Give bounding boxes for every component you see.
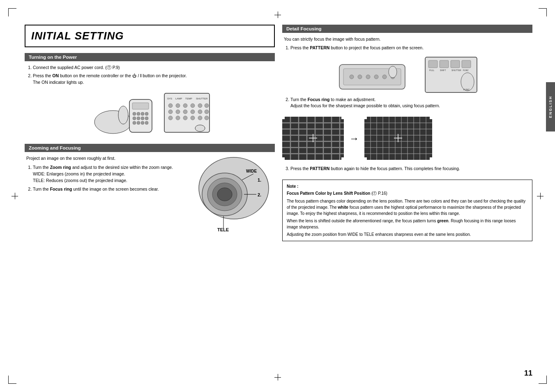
- detail-intro: You can strictly focus the image with fo…: [284, 36, 531, 43]
- turning-power-section: Turning on the Power Connect the supplie…: [25, 53, 275, 87]
- blurry-grid: [282, 117, 344, 160]
- step3-content: Press the PATTERN button again to hide t…: [282, 166, 532, 174]
- note-body-2: When the lens is shifted outside the afo…: [287, 218, 528, 230]
- svg-point-37: [198, 116, 202, 120]
- zoom-step-1: Turn the Zoom ring and adjust to the des…: [33, 164, 187, 184]
- svg-point-57: [374, 75, 378, 79]
- svg-point-29: [183, 110, 187, 114]
- pattern-hand-svg: [337, 56, 419, 93]
- detail-step-3: Press the PATTERN button again to hide t…: [290, 166, 531, 172]
- svg-point-35: [183, 116, 187, 120]
- svg-point-9: [137, 117, 140, 120]
- svg-point-30: [191, 110, 195, 114]
- note-subtitle: Focus Pattern Color by Lens Shift Positi…: [287, 191, 370, 196]
- svg-text:WIDE: WIDE: [246, 169, 257, 173]
- corner-mark-bl: [8, 376, 16, 384]
- svg-text:SHIFT: SHIFT: [440, 69, 446, 71]
- svg-point-22: [176, 104, 180, 108]
- step2-content: Turn the Focus ring to make an adjustmen…: [282, 97, 532, 111]
- crosshair-bottom: [274, 374, 281, 380]
- svg-point-5: [137, 112, 140, 115]
- lens-illustration: WIDE 1. 2. TELE: [193, 155, 275, 236]
- arrow-right: →: [349, 133, 359, 144]
- zooming-content-area: Project an image on the screen roughly a…: [25, 155, 275, 236]
- svg-text:FUNC: FUNC: [463, 69, 469, 71]
- svg-rect-65: [462, 60, 471, 68]
- svg-point-32: [205, 110, 209, 114]
- sharp-grid: [364, 117, 432, 160]
- note-subtitle-line: Focus Pattern Color by Lens Shift Positi…: [287, 190, 528, 196]
- detail-step-2: Turn the Focus ring to make an adjustmen…: [290, 97, 531, 110]
- control-panel-svg: SYS LAMP TEMP SHUTTER: [162, 91, 212, 136]
- svg-text:FULL: FULL: [429, 69, 434, 71]
- remote-hand-svg: [88, 91, 158, 136]
- svg-point-26: [205, 104, 209, 108]
- note-box: Note : Focus Pattern Color by Lens Shift…: [282, 180, 532, 241]
- svg-rect-3: [132, 103, 149, 109]
- svg-point-6: [141, 112, 144, 115]
- svg-point-33: [168, 116, 173, 120]
- pattern-illustrations: FULL SHIFT SHUTTER FUNC FUNC: [282, 56, 532, 93]
- page-number: 11: [524, 369, 532, 378]
- svg-rect-112: [430, 157, 432, 160]
- svg-point-58: [382, 75, 387, 79]
- svg-point-44: [217, 188, 232, 201]
- svg-point-8: [133, 117, 136, 120]
- svg-point-24: [191, 104, 195, 108]
- page: ENGLISH 11 INITIAL SETTING Turning on th…: [0, 0, 555, 392]
- control-panel-closeup: FULL SHIFT SHUTTER FUNC FUNC: [424, 56, 478, 93]
- svg-point-34: [176, 116, 180, 120]
- svg-point-7: [145, 112, 148, 115]
- svg-rect-86: [282, 117, 285, 119]
- svg-point-60: [389, 66, 397, 78]
- turning-power-header: Turning on the Power: [25, 53, 275, 61]
- svg-point-10: [141, 117, 144, 120]
- zooming-intro: Project an image on the screen roughly a…: [26, 155, 187, 162]
- note-title: Note :: [287, 183, 528, 189]
- svg-rect-109: [364, 117, 367, 119]
- svg-point-55: [358, 75, 362, 79]
- svg-point-38: [205, 116, 209, 120]
- note-body-3: Adjusting the zoom position from WIDE to…: [287, 231, 528, 238]
- svg-point-1: [118, 106, 128, 124]
- svg-rect-89: [341, 157, 344, 160]
- svg-rect-87: [341, 117, 344, 119]
- svg-point-39: [195, 125, 205, 131]
- svg-point-4: [133, 112, 136, 115]
- svg-text:LAMP: LAMP: [175, 97, 182, 100]
- corner-mark-tl: [8, 8, 16, 16]
- crosshair-right: [537, 193, 543, 199]
- svg-point-13: [137, 121, 140, 125]
- svg-point-15: [145, 121, 148, 125]
- note-body-1: The focus pattern changes color dependin…: [287, 198, 528, 217]
- zooming-header: Zooming and Focusing: [25, 144, 275, 152]
- note-ref: (Ⓣ P.16): [371, 191, 387, 196]
- pattern-hand-illustration: [337, 56, 419, 93]
- svg-point-36: [191, 116, 195, 120]
- lens-svg: WIDE 1. 2. TELE: [193, 155, 275, 235]
- control-panel-illustration: SYS LAMP TEMP SHUTTER: [162, 91, 212, 136]
- step-1-power: Connect the supplied AC power cord. (Ⓣ P…: [33, 65, 273, 71]
- zooming-section: Zooming and Focusing Project an image on…: [25, 144, 275, 236]
- crosshair-left: [12, 193, 18, 199]
- svg-rect-110: [430, 117, 432, 119]
- svg-text:FUNC: FUNC: [463, 88, 470, 91]
- svg-text:TELE: TELE: [217, 227, 229, 232]
- detail-step-1: Press the PATTERN button to project the …: [290, 45, 531, 51]
- remote-hand-illustration: [88, 91, 158, 136]
- svg-text:TEMP: TEMP: [185, 97, 192, 100]
- detail-focusing-content: You can strictly focus the image with fo…: [282, 36, 532, 51]
- right-column: Detail Focusing You can strictly focus t…: [282, 25, 532, 367]
- zoom-step-2: Turn the Focus ring until the image on t…: [33, 186, 187, 193]
- svg-point-28: [176, 110, 180, 114]
- language-tab: ENGLISH: [546, 82, 555, 131]
- turning-power-content: Connect the supplied AC power cord. (Ⓣ P…: [25, 65, 275, 85]
- svg-rect-62: [428, 60, 438, 68]
- svg-point-27: [168, 110, 173, 114]
- zooming-text: Project an image on the screen roughly a…: [25, 155, 189, 236]
- svg-rect-64: [451, 60, 460, 68]
- svg-point-31: [198, 110, 202, 114]
- detail-focusing-header: Detail Focusing: [282, 25, 532, 33]
- crosshair-top: [274, 12, 281, 18]
- svg-point-56: [366, 75, 370, 79]
